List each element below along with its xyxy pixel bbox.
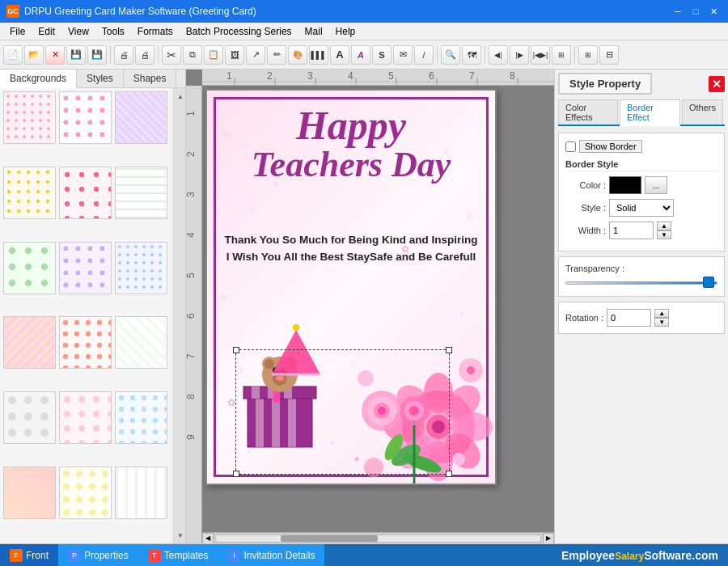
list-item[interactable] (115, 167, 167, 219)
tb-sep4 (485, 46, 485, 64)
list-item[interactable] (59, 91, 112, 144)
tab-styles[interactable]: Styles (77, 70, 124, 87)
tb-center[interactable]: |◀▶| (531, 45, 550, 65)
list-item[interactable] (59, 467, 112, 519)
list-item[interactable] (115, 391, 167, 444)
tb-new[interactable]: 📄 (3, 45, 23, 65)
maximize-button[interactable]: □ (688, 5, 704, 18)
list-item[interactable] (115, 91, 167, 144)
tb-left[interactable]: ◀| (489, 45, 508, 65)
list-item[interactable] (115, 467, 167, 519)
list-item[interactable] (3, 467, 56, 519)
tb-pen[interactable]: ✏ (267, 45, 286, 65)
slider-thumb[interactable] (703, 277, 714, 288)
status-tab-invitation[interactable]: I Invitation Details (218, 544, 324, 567)
rotation-input[interactable] (607, 309, 651, 327)
menu-help[interactable]: Help (329, 24, 362, 39)
menu-view[interactable]: View (61, 24, 95, 39)
color-browse-button[interactable]: ... (645, 176, 667, 194)
tb-text[interactable]: A (330, 45, 349, 65)
tb-barcode[interactable]: ▌▌▌ (309, 45, 328, 65)
handle-tr[interactable] (446, 347, 452, 353)
svg-text:6: 6 (429, 70, 434, 82)
tb-right[interactable]: |▶ (510, 45, 529, 65)
status-tab-front[interactable]: F Front (0, 544, 58, 567)
tb-center2[interactable]: ⊞ (552, 45, 571, 65)
tb-map[interactable]: 🗺 (462, 45, 481, 65)
status-tab-invitation-label: Invitation Details (243, 550, 315, 561)
tab-others[interactable]: Others (682, 99, 723, 125)
close-button[interactable]: ✕ (705, 5, 722, 18)
transparency-label: Transparency : (565, 264, 717, 273)
tb-close[interactable]: ✕ (45, 45, 65, 65)
tb-zoom[interactable]: 🔍 (441, 45, 460, 65)
minimize-button[interactable]: ─ (670, 5, 686, 18)
scroll-thumb[interactable] (281, 535, 378, 542)
tab-backgrounds[interactable]: Backgrounds (0, 70, 77, 88)
list-item[interactable] (3, 242, 56, 294)
list-item[interactable] (59, 242, 112, 294)
status-tab-properties[interactable]: P Properties (58, 544, 138, 567)
handle-bl[interactable] (233, 471, 239, 477)
tb-copy[interactable]: ⧉ (183, 45, 202, 65)
list-item[interactable] (59, 316, 112, 369)
tb-color[interactable]: 🎨 (288, 45, 307, 65)
color-swatch[interactable] (609, 176, 641, 194)
tb-arrow[interactable]: ↗ (246, 45, 265, 65)
scroll-up-button[interactable]: ▲ (172, 88, 185, 104)
transparency-slider[interactable] (565, 277, 717, 289)
scroll-left-button[interactable]: ◀ (202, 533, 214, 544)
width-input[interactable] (609, 222, 654, 239)
greeting-card[interactable]: ✿ ❋ ✦ ✿ ❋ ✦ ✿ ❋ ✦ ✿ ✦ (205, 89, 497, 485)
tb-image[interactable]: 🖼 (225, 45, 244, 65)
tb-save[interactable]: 💾 (66, 45, 86, 65)
list-item[interactable] (3, 167, 56, 219)
list-item[interactable] (3, 316, 56, 369)
tb-grid[interactable]: ⊞ (578, 45, 598, 65)
menu-batch[interactable]: Batch Processing Series (180, 24, 298, 39)
list-item[interactable] (59, 167, 112, 219)
tb-line[interactable]: / (414, 45, 434, 65)
scroll-down-button[interactable]: ▼ (172, 527, 185, 543)
tb-print2[interactable]: 🖨 (135, 45, 154, 65)
border-style-select[interactable]: Solid Dashed Dotted Double (609, 199, 674, 217)
tb-cut[interactable]: ✂ (162, 45, 181, 65)
rotation-spin-up[interactable]: ▲ (654, 309, 669, 318)
tb-paste[interactable]: 📋 (204, 45, 223, 65)
width-spin-up[interactable]: ▲ (657, 222, 671, 230)
tb-email[interactable]: ✉ (393, 45, 413, 65)
menu-mail[interactable]: Mail (298, 24, 329, 39)
tb-wordart[interactable]: S (372, 45, 392, 65)
show-border-checkbox[interactable] (565, 142, 576, 152)
status-tab-templates[interactable]: T Templates (138, 544, 218, 567)
list-item[interactable] (59, 391, 112, 444)
style-property-close-button[interactable]: ✕ (709, 76, 725, 92)
list-item[interactable] (115, 316, 167, 369)
rotation-spin-down[interactable]: ▼ (654, 318, 669, 327)
tb-save2[interactable]: 💾 (87, 45, 107, 65)
width-spin-down[interactable]: ▼ (657, 230, 671, 239)
scroll-right-button[interactable]: ▶ (543, 533, 554, 544)
tb-sep3 (437, 46, 438, 64)
brand-highlight: Salary (615, 551, 644, 562)
horizontal-scrollbar[interactable]: ◀ ▶ (202, 532, 554, 543)
handle-br[interactable] (446, 471, 452, 477)
handle-tl[interactable] (233, 347, 239, 353)
list-item[interactable] (3, 391, 56, 444)
menu-file[interactable]: File (3, 24, 32, 39)
list-item[interactable] (3, 91, 56, 144)
canvas-area[interactable]: 1 2 3 4 5 6 7 8 1 2 3 4 5 (186, 70, 554, 543)
menu-tools[interactable]: Tools (95, 24, 131, 39)
menu-formats[interactable]: Formats (131, 24, 180, 39)
window-controls: ─ □ ✕ (670, 5, 722, 18)
show-border-label[interactable]: Show Border (579, 140, 642, 153)
menu-edit[interactable]: Edit (32, 24, 61, 39)
tb-grid2[interactable]: ⊟ (599, 45, 619, 65)
tab-border-effect[interactable]: Border Effect (620, 99, 680, 126)
tab-shapes[interactable]: Shapes (124, 70, 177, 87)
tab-color-effects[interactable]: Color Effects (558, 99, 618, 125)
tb-textart[interactable]: A (351, 45, 370, 65)
tb-print[interactable]: 🖨 (114, 45, 133, 65)
tb-open[interactable]: 📂 (24, 45, 44, 65)
list-item[interactable] (115, 242, 167, 294)
